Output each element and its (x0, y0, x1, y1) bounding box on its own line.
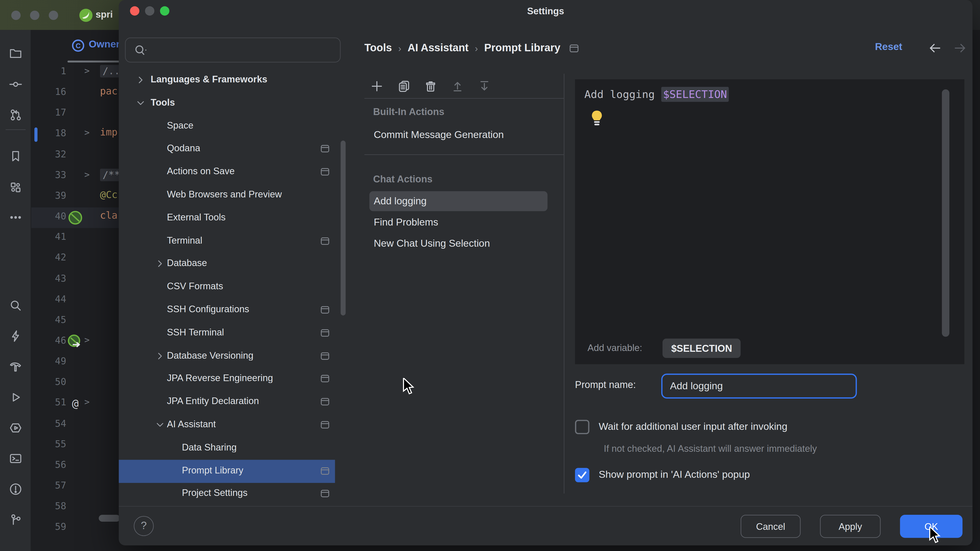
sidebar-item-project-settings[interactable]: Project Settings (119, 483, 335, 506)
chevron-down-icon[interactable] (154, 419, 165, 430)
prompt-text-editor[interactable]: Add logging $SELECTION Add variable: $SE… (575, 79, 964, 364)
sidebar-item-jpa-reverse-engineering[interactable]: JPA Reverse Engineering (119, 368, 335, 391)
action-item-add-logging[interactable]: Add logging (369, 191, 547, 211)
settings-search-input[interactable] (125, 38, 341, 62)
more-icon[interactable] (9, 210, 22, 224)
breadcrumb-tools[interactable]: Tools (364, 42, 392, 54)
spring-bean-icon[interactable] (67, 210, 83, 225)
tree-item-label: Project Settings (182, 487, 248, 498)
line-number: 51 (31, 397, 66, 408)
hammer-icon[interactable] (9, 360, 22, 374)
line-number: 17 (31, 107, 66, 118)
per-project-icon (319, 143, 331, 155)
cancel-button[interactable]: Cancel (741, 515, 800, 538)
help-button[interactable]: ? (134, 516, 154, 536)
line-number: 45 (31, 314, 66, 325)
wait-for-input-label: Wait for additional user input after inv… (599, 421, 788, 432)
line-number: 44 (31, 293, 66, 305)
sidebar-item-actions-on-save[interactable]: Actions on Save (119, 161, 335, 184)
at-icon[interactable]: @ (67, 396, 83, 412)
ide-close-button[interactable] (11, 11, 21, 20)
sidebar-item-external-tools[interactable]: External Tools (119, 206, 335, 230)
sidebar-item-tools[interactable]: Tools (119, 92, 335, 115)
lightning-icon[interactable] (9, 329, 22, 343)
add-icon[interactable] (370, 79, 384, 93)
dialog-footer: ? Cancel Apply OK (119, 506, 972, 545)
editor-line-32: 32 (31, 145, 119, 166)
delete-icon[interactable] (424, 79, 438, 93)
checkbox-help-text: If not checked, AI Assistant will answer… (604, 443, 817, 454)
export-up-icon[interactable] (451, 79, 465, 93)
chevron-right-icon[interactable] (154, 258, 165, 269)
chevron-down-icon[interactable] (135, 97, 146, 109)
prompt-name-input[interactable] (661, 373, 857, 399)
reset-button[interactable]: Reset (875, 41, 902, 52)
action-item-commit-message-generation[interactable]: Commit Message Generation (369, 125, 547, 145)
fold-marker-icon[interactable]: > (84, 169, 90, 179)
selection-variable-chip[interactable]: $SELECTION (662, 338, 741, 358)
lightbulb-icon[interactable] (590, 110, 604, 127)
show-prompt-checkbox[interactable] (575, 468, 589, 482)
apply-button[interactable]: Apply (820, 515, 881, 538)
sidebar-item-ai-assistant[interactable]: AI Assistant (119, 413, 335, 437)
line-number: 43 (31, 273, 66, 284)
editor-horizontal-scrollbar[interactable] (99, 515, 120, 522)
per-project-icon (319, 327, 331, 338)
sidebar-item-languages-frameworks[interactable]: Languages & Frameworks (119, 68, 335, 92)
sidebar-item-terminal[interactable]: Terminal (119, 230, 335, 253)
ide-zoom-button[interactable] (49, 11, 58, 20)
bookmark-icon[interactable] (9, 149, 22, 163)
per-project-icon (319, 465, 331, 476)
code-text: @Cc (100, 189, 118, 200)
back-arrow-icon[interactable] (928, 41, 942, 55)
sidebar-item-jpa-entity-declaration[interactable]: JPA Entity Declaration (119, 391, 335, 414)
per-project-icon (319, 304, 331, 316)
git-branch-icon[interactable] (9, 513, 22, 527)
prompt-editor-scrollbar[interactable] (942, 89, 950, 337)
sidebar-item-qodana[interactable]: Qodana (119, 138, 335, 161)
sidebar-item-csv-formats[interactable]: CSV Formats (119, 275, 335, 299)
services-icon[interactable] (9, 421, 22, 435)
problems-icon[interactable] (9, 483, 22, 496)
sidebar-item-ssh-configurations[interactable]: SSH Configurations (119, 299, 335, 322)
structure-icon[interactable] (9, 181, 22, 194)
sidebar-item-database-versioning[interactable]: Database Versioning (119, 345, 335, 368)
import-down-icon[interactable] (477, 79, 491, 93)
chevron-right-icon[interactable] (154, 350, 165, 362)
sidebar-item-ssh-terminal[interactable]: SSH Terminal (119, 322, 335, 345)
action-item-find-problems[interactable]: Find Problems (369, 213, 547, 232)
editor-line-41: 41 (31, 228, 119, 249)
sidebar-item-data-sharing[interactable]: Data Sharing (119, 437, 335, 460)
terminal-icon[interactable] (9, 452, 22, 465)
forward-arrow-icon[interactable] (953, 41, 967, 55)
folder-icon[interactable] (9, 46, 22, 60)
code-text: pac (100, 86, 118, 97)
breadcrumb-prompt-library[interactable]: Prompt Library (484, 42, 560, 54)
wait-for-input-checkbox[interactable] (575, 420, 589, 434)
sidebar-item-space[interactable]: Space (119, 115, 335, 138)
per-project-icon (319, 419, 331, 430)
fold-marker-icon[interactable]: > (84, 397, 90, 407)
code-editor[interactable]: 1>/...16pac1718>imp3233>/**39@Cc40cla414… (31, 62, 119, 545)
search-icon[interactable] (9, 299, 22, 313)
tree-scrollbar[interactable] (341, 141, 346, 316)
line-number: 16 (31, 86, 66, 97)
tree-item-label: JPA Reverse Engineering (167, 373, 273, 383)
action-item-new-chat-using-selection[interactable]: New Chat Using Selection (369, 233, 547, 254)
chevron-right-icon[interactable] (135, 74, 146, 86)
sidebar-item-web-browsers-and-preview[interactable]: Web Browsers and Preview (119, 184, 335, 207)
spring-bean-arrow-icon[interactable] (67, 334, 83, 350)
copy-icon[interactable] (397, 79, 410, 93)
fold-marker-icon[interactable]: > (84, 335, 90, 345)
sidebar-item-prompt-library[interactable]: Prompt Library (119, 459, 335, 483)
fold-marker-icon[interactable]: > (84, 128, 90, 138)
run-icon[interactable] (9, 391, 22, 404)
sidebar-item-database[interactable]: Database (119, 252, 335, 276)
ide-minimize-button[interactable] (30, 11, 40, 20)
line-number: 18 (31, 128, 66, 139)
line-number: 55 (31, 438, 66, 449)
commit-icon[interactable] (9, 78, 22, 91)
breadcrumb-ai-assistant[interactable]: AI Assistant (407, 42, 469, 54)
fold-marker-icon[interactable]: > (84, 65, 90, 76)
pull-request-icon[interactable] (9, 108, 22, 122)
